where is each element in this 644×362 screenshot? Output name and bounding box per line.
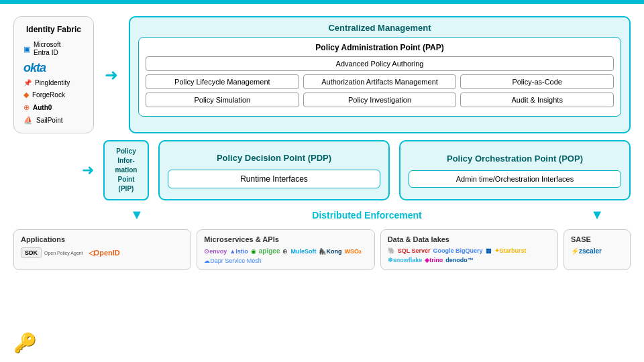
microservices-title: Microservices & APIs xyxy=(204,235,367,243)
distributed-label: Distributed Enforcement xyxy=(144,210,590,221)
middle-left: ➜ xyxy=(13,140,94,200)
forge-icon: ◆ xyxy=(23,90,29,99)
sase-title: SASE xyxy=(571,235,623,243)
centralized-mgmt-box: Centralized Management Policy Administra… xyxy=(129,16,631,133)
apigee-badge: apigee xyxy=(259,247,280,255)
advanced-authoring-cell: Advanced Policy Authoring xyxy=(146,56,614,71)
forge-label: ForgeRock xyxy=(32,91,65,99)
policy-investigation-cell: Policy Investigation xyxy=(303,93,457,107)
list-item: ▣ MicrosoftEntra ID xyxy=(23,41,84,57)
list-item: ⛵ SailPoint xyxy=(23,116,84,125)
ms-label: MicrosoftEntra ID xyxy=(34,41,61,57)
zscaler-badge: ⚡zscaler xyxy=(571,247,602,255)
identity-fabric-title: Identity Fabric xyxy=(26,25,81,34)
list-item: 📌 PingIdentity xyxy=(23,79,84,86)
starburst-badge: ✦Starburst xyxy=(494,247,527,254)
opa-badge: Open Policy Agent xyxy=(44,251,83,255)
distributed-arrows-area: ▼ Distributed Enforcement ▼ xyxy=(103,207,631,223)
pip-box: PolicyInfor-mationPoint(PIP) xyxy=(103,140,149,200)
postgres-badge: 🐘 xyxy=(388,247,395,254)
pap-title: Policy Administration Point (PAP) xyxy=(146,43,614,52)
pap-box: Policy Administration Point (PAP) Advanc… xyxy=(138,37,621,117)
azure-badge: ▦ xyxy=(486,247,492,254)
applications-logos: SDK Open Policy Agent ◁OpenID xyxy=(21,247,184,258)
middle-row: ➜ PolicyInfor-mationPoint(PIP) Policy De… xyxy=(13,140,631,200)
identity-fabric-box: Identity Fabric ▣ MicrosoftEntra ID okta… xyxy=(13,16,94,133)
bigquery-badge: Google BigQuery xyxy=(433,247,483,254)
centralized-title: Centralized Management xyxy=(138,23,621,33)
list-item: okta xyxy=(23,61,84,75)
auth-artifacts-cell: Authorization Artifacts Management xyxy=(303,74,457,89)
sdk-badge: SDK xyxy=(21,247,42,258)
pop-inner: Admin time/Orchestration Interfaces xyxy=(409,170,621,188)
ping-label: PingIdentity xyxy=(35,79,70,86)
dapr-badge: ◉ xyxy=(251,248,256,255)
ms-icon: ▣ xyxy=(23,45,30,54)
list-item: ⊕ Auth0 xyxy=(23,103,84,112)
sase-logos: ⚡zscaler xyxy=(571,247,623,255)
data-lakes-box: Data & Data lakes 🐘 SQL Server Google Bi… xyxy=(380,229,558,270)
arrow-right-2: ➜ xyxy=(82,162,94,179)
pap-row-1: Advanced Policy Authoring xyxy=(146,56,614,71)
denodo-badge: denodo™ xyxy=(445,257,474,263)
auth0-icon: ⊕ xyxy=(23,103,30,112)
main-content: Identity Fabric ▣ MicrosoftEntra ID okta… xyxy=(0,4,644,362)
wso2-badge: WSO₂ xyxy=(344,248,362,255)
pdp-box: Policy Decision Point (PDP) Runtime Inte… xyxy=(158,140,390,200)
policy-as-code-cell: Policy-as-Code xyxy=(460,74,614,89)
policy-lifecycle-cell: Policy Lifecycle Management xyxy=(146,74,299,89)
pdp-inner: Runtime Interfaces xyxy=(168,170,380,188)
sase-box: SASE ⚡zscaler xyxy=(564,229,631,270)
pdp-title: Policy Decision Point (PDP) xyxy=(217,153,331,163)
applications-title: Applications xyxy=(21,235,184,243)
data-logos: 🐘 SQL Server Google BigQuery ▦ ✦Starburs… xyxy=(388,247,551,263)
dsm-badge: ☁Dapr Service Mesh xyxy=(204,257,262,264)
distributed-row: ▼ Distributed Enforcement ▼ xyxy=(13,207,631,223)
sailpoint-label: SailPoint xyxy=(36,117,62,124)
policy-simulation-cell: Policy Simulation xyxy=(146,93,299,107)
ping-icon: 📌 xyxy=(23,79,32,86)
pap-row-3: Policy Simulation Policy Investigation A… xyxy=(146,93,614,107)
mulesoft-badge: MuleSoft xyxy=(290,248,316,255)
sqlserver-badge: SQL Server xyxy=(398,247,431,254)
arrow-right-1: ➜ xyxy=(103,16,119,133)
down-arrow-1: ▼ xyxy=(130,207,144,223)
pop-title: Policy Orchestration Point (POP) xyxy=(447,154,583,164)
bottom-left-icon: 🔑 xyxy=(13,332,37,354)
mule-icon: ⊛ xyxy=(282,248,288,255)
snowflake-badge: ❄snowflake xyxy=(388,257,423,263)
kong-badge: 🦍Kong xyxy=(319,248,341,255)
sailpoint-icon: ⛵ xyxy=(23,116,33,125)
envoy-badge: ⊙envoy xyxy=(204,248,227,255)
list-item: ◆ ForgeRock xyxy=(23,90,84,99)
down-arrow-2: ▼ xyxy=(590,207,604,223)
pop-box: Policy Orchestration Point (POP) Admin t… xyxy=(399,140,631,200)
applications-box: Applications SDK Open Policy Agent ◁Open… xyxy=(13,229,191,270)
pap-row-2: Policy Lifecycle Management Authorizatio… xyxy=(146,74,614,89)
top-row: Identity Fabric ▣ MicrosoftEntra ID okta… xyxy=(13,16,631,133)
auth0-label: Auth0 xyxy=(33,104,52,111)
okta-icon: okta xyxy=(23,61,46,75)
trino-badge: ◈trino xyxy=(425,257,443,263)
arrow-pip: ➜ xyxy=(13,162,94,179)
istio-badge: ▲Istio xyxy=(229,248,248,255)
data-lakes-title: Data & Data lakes xyxy=(388,235,551,243)
microservices-box: Microservices & APIs ⊙envoy ▲Istio ◉ api… xyxy=(197,229,374,270)
audit-insights-cell: Audit & Insights xyxy=(460,93,614,107)
pip-title: PolicyInfor-mationPoint(PIP) xyxy=(115,147,138,194)
openid-badge: ◁OpenID xyxy=(89,249,120,257)
microservices-logos: ⊙envoy ▲Istio ◉ apigee ⊛ MuleSoft 🦍Kong … xyxy=(204,247,367,264)
bottom-row: Applications SDK Open Policy Agent ◁Open… xyxy=(13,229,631,270)
